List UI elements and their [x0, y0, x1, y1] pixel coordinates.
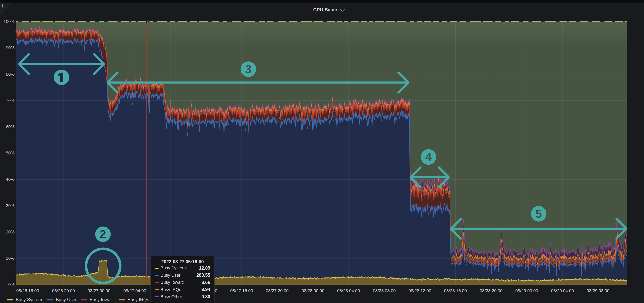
svg-text:5: 5	[536, 207, 542, 220]
svg-text:4: 4	[425, 150, 432, 163]
svg-text:2: 2	[100, 228, 106, 240]
svg-text:3: 3	[245, 63, 252, 76]
